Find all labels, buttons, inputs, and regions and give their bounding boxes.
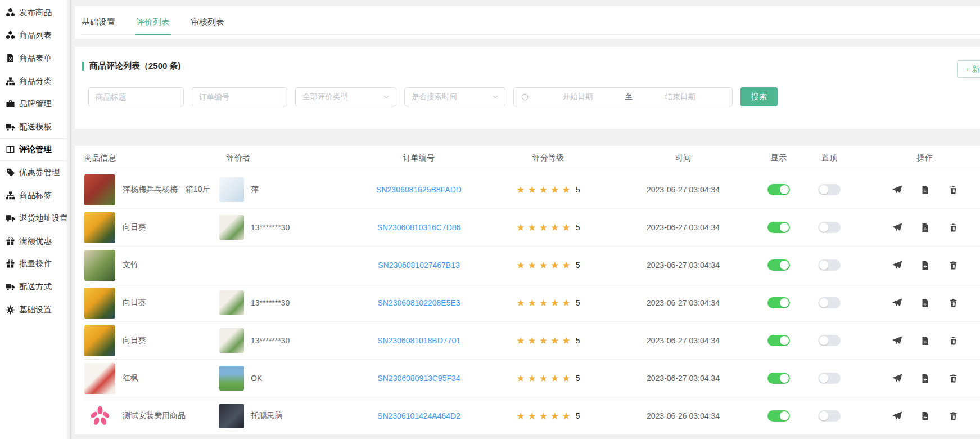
order-number-link[interactable]: SN23060810316C7D86 (377, 223, 461, 232)
sidebar-item-delivery-method[interactable]: 配送方式 (0, 275, 70, 298)
chevron-down-icon (491, 93, 499, 101)
tab-basic-settings[interactable]: 基础设置 (80, 17, 116, 34)
show-toggle[interactable] (767, 410, 790, 422)
sidebar-item-brand-management[interactable]: 品牌管理 (0, 92, 70, 115)
trash-icon[interactable] (949, 298, 958, 308)
order-cell: SN230608102208E5E3 (354, 298, 484, 307)
clock-icon (521, 93, 529, 101)
file-add-icon[interactable] (920, 374, 930, 383)
pin-toggle[interactable] (818, 297, 841, 308)
show-toggle[interactable] (767, 184, 790, 195)
time-cell: 2023-06-27 03:04:34 (613, 374, 753, 383)
sidebar-item-full-discount[interactable]: 满额优惠 (0, 230, 70, 253)
show-toggle[interactable] (767, 373, 790, 384)
send-icon[interactable] (892, 223, 902, 232)
end-date-field[interactable]: 结束日期 (635, 92, 725, 102)
rating-stars: ★★★★★ (517, 298, 573, 308)
table-row: 向日葵 13*******30 SN23060810316C7D86 ★★★★★… (84, 208, 980, 246)
sidebar-item-basic-settings[interactable]: 基础设置 (0, 298, 70, 321)
start-date-field[interactable]: 开始日期 (532, 92, 623, 102)
order-number-link[interactable]: SN2306101424A464D2 (377, 411, 460, 420)
trash-icon[interactable] (949, 261, 958, 270)
show-cell (753, 410, 804, 422)
table-row: 向日葵 13*******30 SN230608102208E5E3 ★★★★★… (84, 284, 980, 321)
sidebar-item-label: 发布商品 (19, 7, 52, 18)
gear-icon (6, 305, 15, 315)
send-icon[interactable] (892, 185, 902, 195)
product-info-cell: 文竹 (84, 250, 219, 281)
truck-icon (6, 122, 15, 132)
sidebar-item-product-category[interactable]: 商品分类 (0, 70, 70, 93)
product-info-cell: 向日葵 (84, 288, 219, 319)
sidebar-item-product-tags[interactable]: 商品标签 (0, 184, 70, 207)
pin-toggle[interactable] (818, 410, 841, 422)
product-title: 向日葵 (123, 222, 146, 232)
reviewer-avatar (219, 328, 244, 353)
show-toggle[interactable] (767, 335, 790, 346)
order-number-link[interactable]: SN230608102208E5E3 (377, 298, 460, 307)
sidebar: 发布商品 商品列表 商品表单 商品分类 品牌管理 配送模板 评论管理 优惠券管理… (0, 0, 71, 439)
order-number-link[interactable]: SN2306081625B8FADD (376, 185, 462, 194)
search-time-select[interactable]: 是否搜索时间 (404, 87, 505, 106)
pin-toggle[interactable] (818, 222, 841, 233)
send-icon[interactable] (892, 298, 902, 308)
sidebar-item-product-form[interactable]: 商品表单 (0, 47, 70, 70)
product-image (84, 250, 115, 281)
trash-icon[interactable] (949, 223, 958, 232)
sidebar-item-comment-management[interactable]: 评论管理 (0, 138, 70, 162)
send-icon[interactable] (892, 261, 902, 270)
filter-bar: 全部评价类型 是否搜索时间 开始日期 至 结束日期 搜索 (88, 87, 980, 106)
date-range-picker[interactable]: 开始日期 至 结束日期 (513, 87, 733, 106)
send-icon[interactable] (892, 336, 902, 346)
col-header-pin: 置顶 (804, 153, 855, 163)
search-button[interactable]: 搜索 (740, 87, 778, 106)
pin-toggle[interactable] (818, 335, 841, 346)
sidebar-scrollbar[interactable] (67, 0, 70, 439)
order-cell: SN2306081027467B13 (354, 261, 484, 270)
cubes-icon (6, 30, 15, 40)
sidebar-item-batch-operations[interactable]: 批量操作 (0, 253, 70, 276)
trash-icon[interactable] (949, 185, 958, 195)
pin-toggle[interactable] (818, 259, 841, 271)
show-toggle[interactable] (767, 222, 790, 233)
file-add-icon[interactable] (920, 298, 930, 308)
order-number-link[interactable]: SN2306081018BD7701 (377, 336, 460, 345)
send-icon[interactable] (892, 411, 902, 421)
sidebar-item-coupon-management[interactable]: 优惠券管理 (0, 161, 70, 184)
file-add-icon[interactable] (920, 411, 930, 421)
order-cell: SN2306081625B8FADD (354, 185, 484, 194)
show-toggle[interactable] (767, 259, 790, 271)
pin-toggle[interactable] (818, 373, 841, 384)
add-button[interactable]: + 新增 (957, 60, 980, 78)
sidebar-item-product-list[interactable]: 商品列表 (0, 24, 70, 47)
trash-icon[interactable] (949, 374, 958, 383)
tab-review-list[interactable]: 评价列表 (135, 17, 171, 34)
tabs-card: 基础设置评价列表审核列表 (75, 6, 980, 39)
sidebar-item-label: 配送方式 (19, 281, 52, 292)
order-number-link[interactable]: SN2306081027467B13 (378, 261, 460, 270)
file-add-icon[interactable] (920, 223, 930, 232)
trash-icon[interactable] (949, 336, 958, 346)
pin-toggle[interactable] (818, 184, 841, 195)
sidebar-item-delivery-template[interactable]: 配送模板 (0, 115, 70, 138)
show-toggle[interactable] (767, 297, 790, 308)
sidebar-item-label: 基础设置 (19, 304, 52, 315)
file-add-icon[interactable] (920, 261, 930, 270)
rating-value: 5 (576, 298, 580, 307)
reviewer-avatar (219, 215, 244, 240)
product-title-input[interactable] (88, 87, 184, 106)
rating-cell: ★★★★★ 5 (484, 374, 613, 383)
sidebar-item-return-address-settings[interactable]: 退货地址设置 (0, 207, 70, 230)
file-add-icon[interactable] (920, 185, 930, 195)
review-type-value: 全部评价类型 (302, 92, 348, 102)
review-type-select[interactable]: 全部评价类型 (295, 87, 396, 106)
reviewer-cell: 13*******30 (219, 215, 354, 240)
file-add-icon[interactable] (920, 336, 930, 346)
order-number-link[interactable]: SN2306080913C95F34 (377, 374, 460, 383)
tab-audit-list[interactable]: 审核列表 (189, 17, 225, 34)
sidebar-item-label: 优惠券管理 (19, 167, 60, 178)
send-icon[interactable] (892, 374, 902, 383)
order-number-input[interactable] (192, 87, 287, 106)
sidebar-item-publish-product[interactable]: 发布商品 (0, 1, 70, 24)
trash-icon[interactable] (949, 411, 958, 421)
